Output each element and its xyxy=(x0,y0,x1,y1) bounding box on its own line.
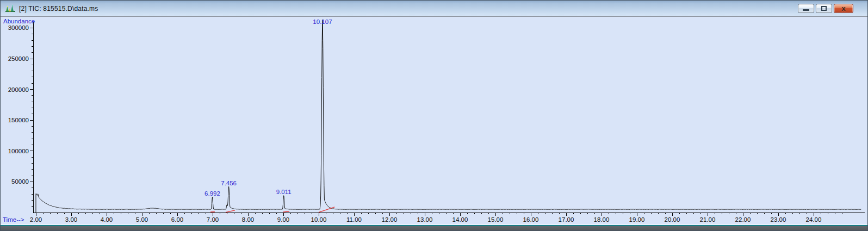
window-controls: x xyxy=(798,4,853,13)
svg-text:3.00: 3.00 xyxy=(65,216,77,223)
svg-text:250000: 250000 xyxy=(8,55,29,62)
svg-text:2.00: 2.00 xyxy=(30,216,42,223)
window-title: [2] TIC: 815515.D\data.ms xyxy=(19,5,798,13)
svg-text:11.00: 11.00 xyxy=(346,216,362,223)
svg-text:300000: 300000 xyxy=(8,24,29,31)
chromatogram-svg[interactable]: 500001000001500002000002500003000002.003… xyxy=(2,17,866,224)
svg-text:7.00: 7.00 xyxy=(207,216,219,223)
svg-text:17.00: 17.00 xyxy=(559,216,574,223)
svg-text:22.00: 22.00 xyxy=(735,216,751,223)
svg-text:12.00: 12.00 xyxy=(382,216,398,223)
svg-text:14.00: 14.00 xyxy=(452,216,468,223)
maximize-button[interactable] xyxy=(816,4,832,13)
plot-area[interactable]: 500001000001500002000002500003000002.003… xyxy=(2,17,866,224)
svg-text:18.00: 18.00 xyxy=(594,216,610,223)
svg-text:20.00: 20.00 xyxy=(665,216,680,223)
svg-text:23.00: 23.00 xyxy=(771,216,786,223)
maximize-icon xyxy=(821,6,827,11)
chromatogram-window: [2] TIC: 815515.D\data.ms x 500001000001… xyxy=(0,0,868,231)
svg-text:16.00: 16.00 xyxy=(523,216,539,223)
title-bar[interactable]: [2] TIC: 815515.D\data.ms x xyxy=(1,1,867,17)
desktop-background-strip xyxy=(1,226,867,231)
svg-text:15.00: 15.00 xyxy=(488,216,504,223)
close-button[interactable]: x xyxy=(834,4,853,13)
svg-text:150000: 150000 xyxy=(8,117,29,123)
svg-text:10.107: 10.107 xyxy=(313,18,332,25)
svg-text:21.00: 21.00 xyxy=(700,216,716,223)
svg-text:Time-->: Time--> xyxy=(3,216,24,223)
svg-text:10.00: 10.00 xyxy=(311,216,327,223)
svg-text:4.00: 4.00 xyxy=(101,216,113,223)
close-icon: x xyxy=(841,5,845,12)
svg-text:50000: 50000 xyxy=(11,178,29,185)
svg-text:5.00: 5.00 xyxy=(136,216,148,223)
minimize-icon xyxy=(803,9,809,11)
svg-text:8.00: 8.00 xyxy=(242,216,254,223)
svg-text:9.011: 9.011 xyxy=(276,189,292,195)
svg-text:6.992: 6.992 xyxy=(204,190,220,197)
svg-text:19.00: 19.00 xyxy=(629,216,645,223)
svg-text:7.456: 7.456 xyxy=(221,180,237,186)
svg-text:Abundance: Abundance xyxy=(3,18,35,24)
minimize-button[interactable] xyxy=(798,4,814,13)
chromatogram-icon xyxy=(5,4,15,13)
svg-text:24.00: 24.00 xyxy=(806,216,822,223)
svg-text:13.00: 13.00 xyxy=(417,216,433,223)
svg-text:200000: 200000 xyxy=(8,86,29,93)
svg-text:100000: 100000 xyxy=(8,148,29,154)
svg-text:6.00: 6.00 xyxy=(171,216,183,223)
svg-text:9.00: 9.00 xyxy=(277,216,289,223)
